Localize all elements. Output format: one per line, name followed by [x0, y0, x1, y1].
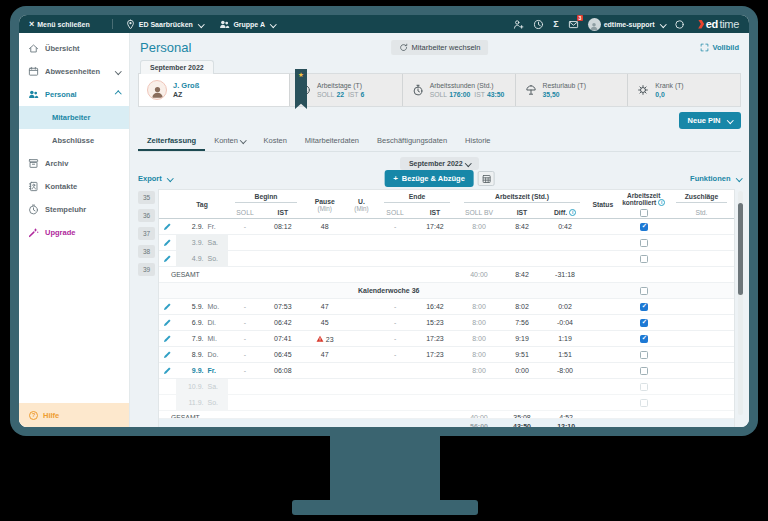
- week-number-button[interactable]: 38: [138, 245, 155, 258]
- beginn-soll-cell-value: -: [244, 303, 246, 310]
- edit-icon[interactable]: [163, 350, 172, 359]
- group-selector[interactable]: Gruppe A: [219, 19, 275, 30]
- day-number: 3.9.: [184, 239, 204, 246]
- beginn-ist-header-label: IST: [278, 209, 289, 216]
- sum-icon[interactable]: Σ: [553, 19, 558, 29]
- menu-close-button[interactable]: × Menü schließen: [29, 20, 90, 29]
- ende-group-header: Ende: [377, 190, 457, 206]
- ist-cell: 8:02: [501, 299, 543, 315]
- edit-icon[interactable]: [163, 334, 172, 343]
- checkbox[interactable]: [640, 303, 648, 311]
- month-select[interactable]: September 2022: [400, 157, 479, 170]
- soll-bv-total: 40:00: [457, 411, 501, 419]
- week-number-button[interactable]: 36: [138, 209, 155, 222]
- sidebar-item-upgrade[interactable]: Upgrade: [19, 221, 129, 244]
- info-icon[interactable]: i: [569, 209, 576, 216]
- help-button[interactable]: ? Hilfe: [19, 403, 129, 427]
- diff-cell: 1:51: [543, 347, 587, 363]
- edit-icon[interactable]: [163, 366, 172, 375]
- scrollbar-thumb[interactable]: [738, 203, 743, 295]
- status-cell: [587, 331, 618, 347]
- sidebar-item-abwesenheiten[interactable]: Abwesenheiten: [19, 60, 129, 83]
- day-cell: 4.9.So.: [176, 251, 228, 267]
- tab-label: Mitarbeiterdaten: [305, 136, 359, 145]
- zuschlaege-cell: [669, 267, 734, 283]
- messages-button[interactable]: 3: [568, 19, 579, 30]
- beginn-ist-cell: 06:08: [262, 363, 304, 379]
- sidebar-item-stempeluhr[interactable]: Stempeluhr: [19, 198, 129, 221]
- checkbox[interactable]: [640, 255, 648, 263]
- stat-resturlaub-t-: Resturlaub (T)35,50: [515, 74, 628, 106]
- week-number-button[interactable]: 35: [138, 191, 155, 204]
- checkbox[interactable]: [640, 319, 648, 327]
- power-icon[interactable]: [674, 19, 685, 30]
- edit-icon[interactable]: [163, 302, 172, 311]
- location-pin-icon: [125, 19, 136, 30]
- fullscreen-button[interactable]: Vollbild: [700, 43, 739, 52]
- sidebar-item-abschlüsse[interactable]: Abschlüsse: [19, 129, 129, 152]
- edit-icon[interactable]: [163, 254, 172, 263]
- stat-value: 0,0: [655, 91, 683, 98]
- pause-cell: 23: [304, 331, 346, 347]
- total-row: GESAMT40:008:42-31:18: [159, 267, 734, 283]
- ist-cell-value: 9:19: [515, 335, 529, 342]
- checkbox[interactable]: [640, 223, 648, 231]
- checkbox[interactable]: [640, 367, 648, 375]
- edit-icon[interactable]: [163, 318, 172, 327]
- employee-card[interactable]: J. Groß AZ: [139, 74, 289, 106]
- clock-icon[interactable]: [533, 19, 544, 30]
- status-cell: [587, 379, 618, 395]
- warning-icon[interactable]: [316, 335, 324, 343]
- vacation-icon: [525, 84, 537, 96]
- tab-beschäftigungsdaten[interactable]: Beschäftigungsdaten: [368, 131, 456, 151]
- edit-icon[interactable]: [163, 238, 172, 247]
- soll-bv-cell-value: 8:00: [472, 367, 486, 374]
- diff-total: -12:10: [543, 419, 587, 427]
- sidebar-item-personal[interactable]: Personal: [19, 83, 129, 106]
- sidebar-item-übersicht[interactable]: Übersicht: [19, 37, 129, 60]
- checkbox[interactable]: [640, 239, 648, 247]
- ist-total: 43:50: [501, 419, 543, 427]
- ende-ist-cell-value: 15:23: [426, 319, 444, 326]
- tab-mitarbeiterdaten[interactable]: Mitarbeiterdaten: [296, 131, 368, 151]
- sidebar-item-label: Stempeluhr: [45, 205, 86, 214]
- beginn-group-header-label: Beginn: [235, 193, 297, 203]
- export-button[interactable]: Export: [138, 174, 172, 183]
- tab-zeiterfassung[interactable]: Zeiterfassung: [138, 131, 205, 151]
- edit-icon[interactable]: [163, 222, 172, 231]
- sidebar-item-archiv[interactable]: Archiv: [19, 152, 129, 175]
- info-icon[interactable]: i: [658, 199, 665, 206]
- controlled-cell: [619, 315, 669, 331]
- month-tab[interactable]: September 2022: [140, 60, 214, 74]
- new-pin-button[interactable]: Neue PIN: [679, 112, 741, 129]
- tab-konten[interactable]: Konten: [205, 131, 254, 151]
- week-number-button[interactable]: 37: [138, 227, 155, 240]
- main-content: Personal Mitarbeiter wechseln Vollbild S…: [130, 33, 749, 427]
- tab-kosten[interactable]: Kosten: [254, 131, 295, 151]
- table-scrollbar[interactable]: [738, 191, 743, 415]
- tab-historie[interactable]: Historie: [456, 131, 499, 151]
- sidebar-item-mitarbeiter[interactable]: Mitarbeiter: [19, 106, 129, 129]
- functions-button[interactable]: Funktionen: [690, 174, 741, 183]
- switch-employee-button[interactable]: Mitarbeiter wechseln: [391, 40, 489, 55]
- grid-view-button[interactable]: [478, 171, 495, 186]
- logo-text-light: time: [719, 18, 739, 30]
- total-label-value: GESAMT: [171, 271, 200, 278]
- topbar-divider: [112, 19, 113, 29]
- diff-cell: [543, 379, 587, 395]
- bookmark-ribbon[interactable]: ★: [295, 69, 307, 109]
- page-title: Personal: [140, 40, 191, 55]
- checkbox[interactable]: [640, 209, 648, 217]
- account-selector[interactable]: edtime-support: [588, 18, 665, 31]
- location-selector[interactable]: ED Saarbrücken: [125, 19, 204, 30]
- zuschlaege-group-header: Zuschläge: [669, 190, 734, 206]
- sidebar-item-kontakte[interactable]: Kontakte: [19, 175, 129, 198]
- user-admin-icon[interactable]: [513, 19, 524, 30]
- add-payments-button[interactable]: + Bezüge & Abzüge: [384, 170, 474, 187]
- checkbox[interactable]: [640, 287, 648, 295]
- home-icon: [28, 43, 39, 54]
- checkbox[interactable]: [640, 351, 648, 359]
- sidebar-item-label: Abwesenheiten: [45, 67, 100, 76]
- checkbox[interactable]: [640, 335, 648, 343]
- week-number-button[interactable]: 39: [138, 263, 155, 276]
